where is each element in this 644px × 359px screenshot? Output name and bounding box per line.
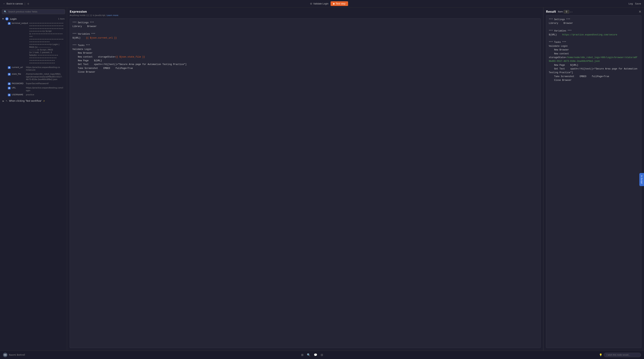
- expression-subtitle: Anything inside {{ }} is JavaScript. Lea…: [70, 14, 540, 16]
- item-nav: Item ‹ ›: [558, 10, 572, 13]
- test-step-label: Test step: [336, 2, 346, 5]
- expression-variable-url: {{ $json.current_url }}: [86, 37, 117, 39]
- top-bar-right: Log Save: [628, 2, 641, 5]
- field-row-username: A USERNAME practice: [2, 93, 65, 97]
- field-row-current-url: A current_url https://practice.expandtes…: [2, 65, 65, 72]
- validate-login-button[interactable]: ⊙ Validate Login: [310, 2, 328, 5]
- field-row-password: A PASSWORD SuperSecretPassword!: [2, 81, 65, 86]
- user-name: Naomi Bottrell: [9, 354, 25, 356]
- result-code: *** Settings *** Library Browser *** Var…: [546, 15, 642, 348]
- field-name-state-file: state_file: [12, 73, 25, 75]
- field-name-url: URL: [12, 87, 25, 89]
- next-item-button[interactable]: ›: [572, 10, 572, 13]
- zoom-in-button[interactable]: ⊞: [301, 353, 304, 357]
- item-count: 1 item: [58, 18, 65, 20]
- login-label: Login: [10, 17, 16, 20]
- field-value-url: https://practice.expandtesting.com/login: [26, 87, 64, 92]
- field-value-state-file: /home/node/n8n_robot_logs/486/Login/brow…: [26, 73, 62, 81]
- close-button[interactable]: ✕: [638, 10, 642, 13]
- field-type-a-username: A: [8, 94, 10, 96]
- globe-icon: ⊙: [310, 2, 312, 5]
- field-type-a-password: A: [8, 82, 10, 85]
- wish-icon: 💡: [599, 354, 602, 357]
- in-script-label: In Script: [640, 175, 643, 184]
- when-clicking-row: ▶ ↖ When clicking 'Test workflow' ⚡: [2, 98, 65, 103]
- expression-panel: Expression Anything inside {{ }} is Java…: [67, 7, 544, 351]
- field-row-state-file: A state_file /home/node/n8n_robot_logs/4…: [2, 72, 65, 81]
- back-to-canvas-button[interactable]: ← Back to canvas: [3, 2, 23, 5]
- play-icon: ▶: [333, 2, 335, 5]
- result-state-file-value: /home/node/n8n_robot_logs/486/Login/brow…: [549, 56, 637, 62]
- validate-login-label: Validate Login: [313, 2, 328, 5]
- search-icon: 🔍: [4, 10, 7, 13]
- bottom-bar: NB Naomi Bottrell ⊞ 🔍 💬 ⊟ 💡: [0, 351, 644, 359]
- chevron-down-icon: ▼: [2, 18, 4, 20]
- bottom-left: NB Naomi Bottrell: [3, 353, 25, 357]
- cursor-icon: ↖: [6, 100, 8, 102]
- avatar: NB: [3, 353, 8, 357]
- field-type-a-url: A: [8, 87, 10, 89]
- result-panel: Result Item ‹ › ✕ *** Settings *** Libra…: [544, 7, 644, 351]
- top-bar: ← Back to canvas | + ⊙ Validate Login ▶ …: [0, 0, 644, 7]
- expression-editor[interactable]: *** Settings *** Library Browser *** Var…: [70, 18, 540, 348]
- expand-icon[interactable]: ▶: [2, 100, 4, 102]
- divider: |: [24, 2, 25, 5]
- result-title: Result: [546, 10, 556, 13]
- test-step-button[interactable]: ▶ Test step: [330, 1, 348, 6]
- field-value-terminal-output: ========================================…: [29, 22, 64, 65]
- field-name-password: PASSWORD: [12, 82, 25, 85]
- login-node-icon: ●: [5, 17, 8, 20]
- comment-button[interactable]: 💬: [314, 353, 317, 357]
- search-bar[interactable]: 🔍: [2, 9, 65, 14]
- prev-item-button[interactable]: ‹: [570, 10, 571, 13]
- result-header: Result Item ‹ › ✕: [546, 10, 642, 13]
- result-url-value: https://practice.expandtesting.com/secur…: [562, 33, 617, 36]
- plus-icon: +: [27, 2, 30, 5]
- field-row-terminal-output: A terminal_output ======================…: [2, 21, 65, 65]
- wish-input[interactable]: [604, 353, 641, 357]
- field-type-a-current-url: A: [8, 66, 10, 69]
- grid-button[interactable]: ⊟: [321, 353, 323, 357]
- field-name-current-url: current_url: [12, 66, 25, 68]
- bottom-icons: ⊞ 🔍 💬 ⊟: [301, 353, 323, 357]
- back-arrow-icon: ←: [3, 2, 6, 5]
- result-header-left: Result Item ‹ ›: [546, 10, 572, 13]
- expression-title: Expression: [70, 10, 540, 13]
- left-panel: 🔍 ▼ ● Login 1 item A terminal_output ===…: [0, 7, 67, 351]
- field-value-password: SuperSecretPassword!: [26, 82, 49, 85]
- main-area: 🔍 ▼ ● Login 1 item A terminal_output ===…: [0, 7, 644, 351]
- field-type-a: A: [8, 22, 10, 25]
- expression-subtitle-text: Anything inside {{ }} is JavaScript.: [70, 14, 106, 16]
- back-label: Back to canvas: [6, 2, 23, 5]
- top-bar-center: ⊙ Validate Login ▶ Test step: [310, 1, 348, 6]
- field-type-a-state-file: A: [8, 73, 10, 76]
- field-name-terminal-output: terminal_output: [12, 22, 28, 24]
- field-value-current-url: https://practice.expandtesting.com/secur…: [26, 66, 60, 71]
- search-canvas-button[interactable]: 🔍: [307, 353, 310, 357]
- login-group-header[interactable]: ▼ ● Login 1 item: [2, 16, 65, 21]
- bottom-right: 💡: [599, 353, 641, 357]
- search-input[interactable]: [8, 10, 63, 13]
- field-name-username: USERNAME: [12, 93, 25, 96]
- save-label: Save: [635, 2, 641, 5]
- top-bar-left: ← Back to canvas | +: [3, 2, 30, 5]
- item-number-input[interactable]: [564, 10, 569, 13]
- item-label: Item: [558, 10, 563, 13]
- lightning-icon: ⚡: [43, 100, 45, 102]
- log-label: Log: [628, 2, 633, 5]
- field-row-url: A URL https://practice.expandtesting.com…: [2, 86, 65, 93]
- in-script-button[interactable]: In Script: [639, 173, 644, 186]
- when-clicking-label: When clicking 'Test workflow': [9, 100, 42, 102]
- learn-more-link[interactable]: Learn more: [106, 14, 118, 16]
- login-group: ▼ ● Login 1 item A terminal_output =====…: [2, 16, 65, 97]
- expression-variable-state: {{ $json.state_file }}: [115, 56, 145, 58]
- field-value-username: practice: [26, 93, 34, 96]
